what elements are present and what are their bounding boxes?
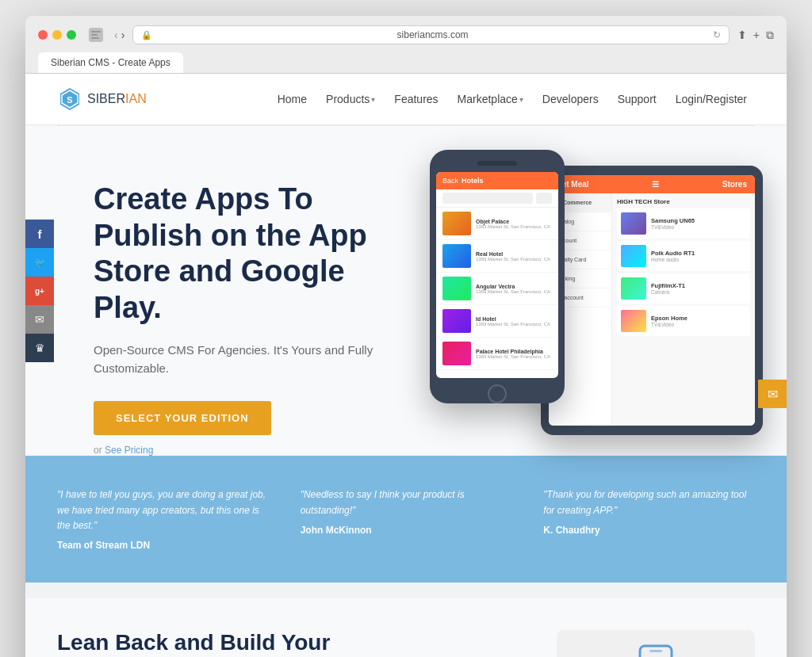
phone-back-label[interactable]: Back xyxy=(442,177,458,185)
google-plus-icon: g+ xyxy=(35,287,44,296)
svg-rect-8 xyxy=(649,650,662,652)
filter-button[interactable] xyxy=(536,193,552,204)
crown-button[interactable]: ♛ xyxy=(25,334,54,362)
hero-title: Create Apps To Publish on the App Store … xyxy=(94,181,374,326)
bottom-text: Lean Back and Build Your xyxy=(57,630,533,657)
google-plus-button[interactable]: g+ xyxy=(25,277,54,305)
tabs-icon[interactable]: ⧉ xyxy=(766,29,774,42)
social-sidebar: f 🐦 g+ ✉ ♛ xyxy=(25,220,54,362)
browser-tabs: Siberian CMS - Create Apps xyxy=(38,52,774,73)
phone-graphic-icon xyxy=(632,642,680,657)
phone-hotel-list: Objet Palace 1383 Market St, San Francis… xyxy=(436,208,558,378)
logo[interactable]: S SIBERIAN xyxy=(57,86,147,112)
url-display: siberiancms.com xyxy=(157,29,707,40)
hotel-info-1: Objet Palace 1383 Market St, San Francis… xyxy=(476,219,550,229)
twitter-icon: 🐦 xyxy=(34,257,46,268)
svg-rect-0 xyxy=(91,31,101,32)
phone-screen: Back Hotels Objet Palace xyxy=(436,172,558,378)
back-arrow[interactable]: ‹ xyxy=(114,29,118,41)
new-tab-icon[interactable]: + xyxy=(753,29,760,41)
search-input[interactable] xyxy=(442,193,533,204)
email-button[interactable]: ✉ xyxy=(25,305,54,334)
see-pricing-link[interactable]: See Pricing xyxy=(105,445,153,456)
email-icon: ✉ xyxy=(35,313,44,326)
nav-home[interactable]: Home xyxy=(270,86,315,112)
svg-rect-2 xyxy=(91,37,99,39)
nav-features[interactable]: Features xyxy=(386,86,446,112)
testimonial-text-1: "I have to tell you guys, you are doing … xyxy=(57,487,269,533)
phone-home-button[interactable] xyxy=(488,384,507,403)
minimize-button[interactable] xyxy=(52,30,62,40)
testimonial-text-2: "Needless to say I think your product is… xyxy=(301,487,512,518)
tablet-screen: Set Meal ☰ Stores Commerce xyxy=(549,175,755,426)
browser-actions: ⬆ + ⧉ xyxy=(737,29,774,42)
hotel-image-1 xyxy=(442,212,471,235)
hero-subtitle: Open-Source CMS For Agencies. It's Yours… xyxy=(94,342,374,377)
table-row: Samsung UN65 TV&Video xyxy=(617,208,750,239)
nav-products[interactable]: Products▾ xyxy=(318,86,383,112)
product-image-3 xyxy=(621,277,646,300)
hotel-info-3: Angular Vectra 1383 Market St, San Franc… xyxy=(476,284,550,294)
store-title: HIGH TECH Store xyxy=(617,198,750,205)
device-mockups: Set Meal ☰ Stores Commerce xyxy=(430,150,763,451)
product-info-3: FujifilmX-T1 Camera xyxy=(651,282,746,295)
list-item: Real Hotel 1383 Market St, San Francisco… xyxy=(436,240,558,273)
hotel-image-4 xyxy=(442,309,471,333)
list-item: Palace Hotel Philadelphia 1383 Market St… xyxy=(436,338,558,370)
forward-arrow[interactable]: › xyxy=(121,29,125,41)
hotel-info-2: Real Hotel 1383 Market St, San Francisco… xyxy=(476,251,550,262)
close-button[interactable] xyxy=(38,30,48,40)
tablet-header: Set Meal ☰ Stores xyxy=(549,175,755,193)
see-pricing-text: or See Pricing xyxy=(94,445,374,456)
crown-icon: ♛ xyxy=(35,342,45,354)
table-row: Epson Home TV&Video xyxy=(617,306,750,336)
tablet-content: Commerce Catalog Discount Loyalty Card xyxy=(549,193,755,426)
testimonial-text-3: "Thank you for developing such an amazin… xyxy=(543,487,755,518)
testimonial-1: "I have to tell you guys, you are doing … xyxy=(57,487,269,551)
hotel-image-5 xyxy=(442,342,471,365)
logo-sib: SIBER xyxy=(87,92,125,105)
svg-text:S: S xyxy=(67,95,72,105)
hotel-info-4: Id Hotel 1383 Market St, San Francisco, … xyxy=(476,316,550,327)
nav-developers[interactable]: Developers xyxy=(534,86,607,112)
window-icon xyxy=(89,28,103,42)
product-image-4 xyxy=(621,310,646,332)
testimonial-author-3: K. Chaudhry xyxy=(543,525,755,536)
product-info-1: Samsung UN65 TV&Video xyxy=(651,217,746,230)
product-image-2 xyxy=(621,245,646,267)
tablet-mockup: Set Meal ☰ Stores Commerce xyxy=(541,166,763,435)
bottom-title: Lean Back and Build Your xyxy=(57,630,533,655)
facebook-button[interactable]: f xyxy=(25,220,54,248)
browser-chrome: ‹ › 🔒 siberiancms.com ↻ ⬆ + ⧉ Siberian C… xyxy=(25,16,787,74)
logo-ian: IAN xyxy=(125,92,147,105)
site-content: S SIBERIAN Home Products▾ Features Marke… xyxy=(25,74,787,657)
hero-section: f 🐦 g+ ✉ ♛ Create Apps To Publish on the… xyxy=(25,126,787,456)
refresh-icon[interactable]: ↻ xyxy=(713,29,721,40)
product-info-4: Epson Home TV&Video xyxy=(651,315,746,327)
phone-title: Hotels xyxy=(462,177,484,185)
section-divider xyxy=(25,583,787,598)
nav-arrows: ‹ › xyxy=(114,29,124,41)
logo-icon: S xyxy=(57,86,82,112)
contact-email-button[interactable]: ✉ xyxy=(758,380,787,408)
maximize-button[interactable] xyxy=(67,30,76,40)
hero-content: Create Apps To Publish on the App Store … xyxy=(57,166,374,456)
nav-login-register[interactable]: Login/Register xyxy=(668,86,755,112)
nav-support[interactable]: Support xyxy=(610,86,665,112)
hotel-info-5: Palace Hotel Philadelphia 1383 Market St… xyxy=(476,349,550,359)
hotel-image-2 xyxy=(442,244,471,268)
twitter-button[interactable]: 🐦 xyxy=(25,248,54,277)
bottom-section: Lean Back and Build Your xyxy=(25,598,787,657)
browser-window: ‹ › 🔒 siberiancms.com ↻ ⬆ + ⧉ Siberian C… xyxy=(25,16,787,657)
active-tab[interactable]: Siberian CMS - Create Apps xyxy=(38,52,183,73)
testimonials-section: "I have to tell you guys, you are doing … xyxy=(25,456,787,583)
nav-marketplace[interactable]: Marketplace▾ xyxy=(450,86,531,112)
hamburger-icon: ☰ xyxy=(652,180,659,189)
browser-controls: ‹ › 🔒 siberiancms.com ↻ ⬆ + ⧉ xyxy=(38,25,774,44)
phone-header: Back Hotels xyxy=(436,172,558,189)
traffic-lights xyxy=(38,30,76,40)
address-bar[interactable]: 🔒 siberiancms.com ↻ xyxy=(132,25,729,44)
select-edition-button[interactable]: SELECT YOUR EDITION xyxy=(94,401,271,435)
tablet-stores-label: Stores xyxy=(722,180,747,189)
share-icon[interactable]: ⬆ xyxy=(737,29,747,41)
